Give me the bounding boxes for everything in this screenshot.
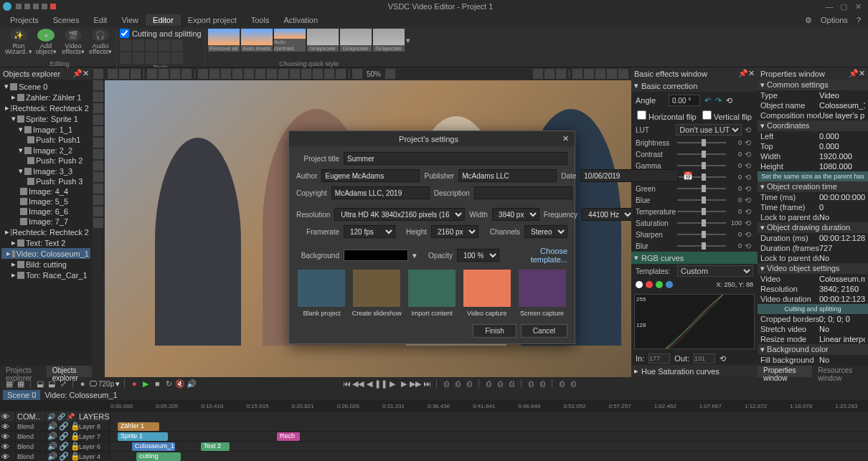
tab-objects-explorer[interactable]: Objects explorer — [47, 366, 92, 377]
options-menu[interactable]: Options — [816, 14, 852, 26]
pb-play2-icon[interactable]: ▶ — [387, 379, 397, 389]
close-button[interactable]: ✕ — [851, 1, 865, 12]
tree-item[interactable]: ▸Zahler: Zähler 1 — [1, 92, 90, 103]
dialog-close-icon[interactable]: ✕ — [562, 134, 569, 143]
qs-auto-levels[interactable]: Auto levels — [241, 29, 273, 52]
curve-white-icon[interactable] — [636, 281, 643, 288]
slider-track[interactable] — [677, 199, 726, 201]
eye-icon[interactable]: 👁 — [1, 442, 9, 451]
close-panel-icon[interactable]: ✕ — [82, 69, 89, 78]
tb-icon[interactable] — [584, 69, 594, 79]
reset-icon[interactable]: ⟲ — [726, 96, 732, 105]
tb-icon[interactable] — [198, 69, 208, 79]
reset-icon[interactable]: ⟲ — [745, 161, 753, 170]
tree-item[interactable]: ▾Image: 1_1 — [1, 124, 90, 135]
eye-icon[interactable]: 👁 — [1, 432, 9, 441]
reset-icon[interactable]: ⟲ — [745, 150, 753, 158]
pb-icon[interactable]: ⎙ — [506, 379, 516, 389]
timeline-layer-row[interactable]: 👁 Blend 🔊🔗🔒 Layer 6 Colosseum_1Text 2 — [0, 442, 868, 452]
prop-section-head[interactable]: ▾ Object creation time — [758, 181, 868, 192]
pb-loop-icon[interactable]: ↻ — [164, 379, 174, 389]
tooltip-tool-icon[interactable] — [93, 126, 103, 136]
animation-tool-icon[interactable] — [93, 161, 103, 171]
recent-dot[interactable] — [16, 4, 22, 9]
description-input[interactable] — [474, 186, 572, 199]
vol-icon[interactable]: 🔊 — [47, 452, 57, 461]
curve-blue-icon[interactable] — [666, 281, 673, 288]
video-effects-button[interactable]: 🎬Video effects▾ — [60, 29, 86, 54]
menu-activation[interactable]: Activation — [276, 14, 325, 26]
menu-export[interactable]: Export project — [181, 14, 244, 26]
menu-tools[interactable]: Tools — [244, 14, 277, 26]
tree-item[interactable]: ▸Text: Text 2 — [1, 237, 90, 248]
angle-input[interactable] — [669, 95, 700, 106]
link-icon[interactable]: 🔗 — [59, 452, 69, 461]
image-tool-icon[interactable] — [93, 184, 103, 194]
tb-icon[interactable] — [119, 69, 129, 79]
slider-track[interactable] — [677, 142, 726, 143]
objects-tree[interactable]: ▾Scene 0▸Zahler: Zähler 1▸Rechteck: Rech… — [0, 80, 92, 366]
timeline-track[interactable]: cutting — [110, 452, 868, 461]
vol-icon[interactable]: 🔊 — [47, 422, 57, 431]
tool-icon[interactable] — [171, 39, 183, 51]
reset-icon[interactable]: ⟲ — [745, 196, 753, 204]
prop-section-head[interactable]: ▾ Object drawing duration — [758, 222, 868, 233]
pb-record-icon[interactable]: ● — [129, 379, 139, 389]
slider-track[interactable] — [677, 153, 726, 155]
project-template-tile[interactable]: Import content — [407, 270, 458, 317]
video-tool-icon[interactable] — [93, 172, 103, 182]
project-title-input[interactable] — [344, 152, 567, 165]
project-template-tile[interactable]: Create slideshow — [352, 270, 402, 317]
project-template-tile[interactable]: Video capture — [461, 270, 512, 317]
reset-icon[interactable]: ⟲ — [745, 242, 753, 250]
channels-select[interactable]: Stereo — [524, 225, 567, 238]
pb-vol-icon[interactable]: 🔊 — [187, 379, 197, 389]
slider-track[interactable] — [677, 165, 726, 166]
run-wizard-button[interactable]: ✨Run Wizard..▾ — [6, 29, 32, 54]
timeline-clip[interactable]: Sprite 1 — [118, 432, 168, 441]
pb-pause-icon[interactable]: ❚❚ — [376, 379, 386, 389]
tb-icon[interactable] — [181, 69, 192, 79]
prop-row[interactable]: Width1920.000 — [758, 151, 868, 161]
tool-icon[interactable] — [133, 52, 144, 64]
pb-nextf-icon[interactable]: ▶ — [399, 379, 409, 389]
prop-hint[interactable]: Set the same size as the parent has — [758, 171, 868, 181]
tb-zoom-out-icon[interactable] — [352, 69, 362, 79]
qs-auto-contrast[interactable]: Auto contrast — [274, 29, 306, 52]
tb-icon[interactable] — [108, 69, 118, 79]
curves-graph[interactable]: 255 128 — [634, 294, 755, 349]
pb-icon[interactable]: ⎙ — [441, 379, 451, 389]
lut-select[interactable]: Don't use LUT — [676, 124, 742, 136]
opacity-select[interactable]: 100 % — [457, 249, 499, 262]
tree-item[interactable]: Push: Push 3 — [1, 176, 90, 186]
prop-section-head[interactable]: ▾ Video object settings — [758, 263, 868, 274]
slider-track[interactable] — [677, 222, 726, 224]
rgb-curves-head[interactable]: RGB curves — [641, 254, 684, 262]
pb-icon[interactable]: ⤢ — [58, 379, 68, 389]
tb-icon[interactable] — [278, 69, 288, 79]
pb-icon[interactable]: ⎙ — [495, 379, 505, 389]
qs-more-button[interactable]: ▾ — [406, 36, 410, 45]
prop-row[interactable]: Height1080.000 — [758, 161, 868, 171]
tb-icon[interactable] — [131, 69, 141, 79]
tool-icon[interactable] — [146, 39, 157, 51]
eye-icon[interactable]: 👁 — [1, 452, 9, 461]
prop-row[interactable]: Resize modeLinear interpolation — [758, 334, 868, 344]
link-icon[interactable]: 🔗 — [59, 422, 69, 431]
pb-last-icon[interactable]: ⏭ — [422, 379, 432, 389]
reset-icon[interactable]: ⟲ — [745, 138, 753, 147]
tb-redo-icon[interactable] — [159, 69, 169, 79]
tb-icon[interactable] — [607, 69, 617, 79]
line-tool-icon[interactable] — [93, 80, 103, 90]
chart-tool-icon[interactable] — [93, 138, 103, 148]
menu-view[interactable]: View — [114, 14, 146, 26]
tb-icon[interactable] — [209, 69, 220, 79]
tb-icon[interactable] — [301, 69, 311, 79]
recent-dot[interactable] — [24, 4, 30, 9]
timeline-track[interactable]: Colosseum_1Text 2 — [110, 442, 868, 451]
prop-row[interactable]: Top0.000 — [758, 141, 868, 151]
tl-scene-tab[interactable]: Scene 0 — [3, 390, 40, 400]
tool-icon[interactable] — [159, 39, 170, 51]
timeline-track[interactable]: Zähler 1 — [110, 422, 868, 431]
ellipse-tool-icon[interactable] — [93, 103, 103, 113]
